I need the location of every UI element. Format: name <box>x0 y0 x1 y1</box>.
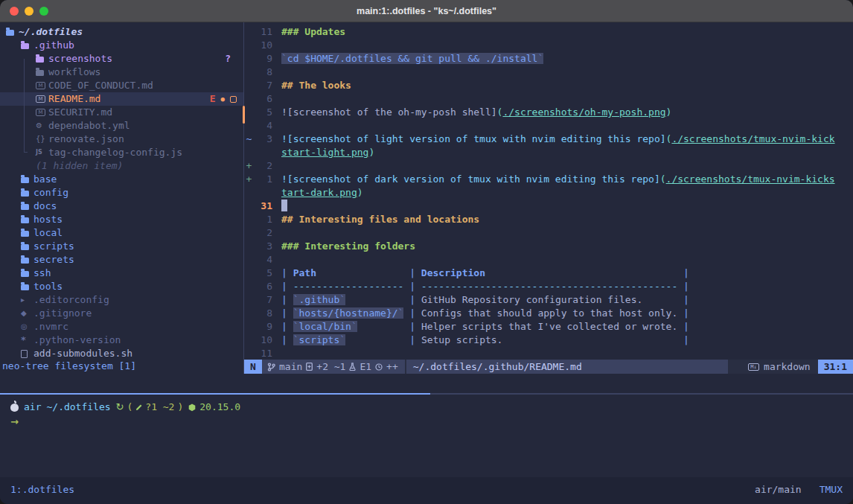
tree-item-security-md[interactable]: MSECURITY.md <box>0 106 243 119</box>
tree-item-local[interactable]: local <box>0 226 243 240</box>
line-text <box>281 200 853 213</box>
line-number: 1 <box>254 173 281 186</box>
editor-line[interactable]: 5| Path | Description | <box>244 267 853 280</box>
sign-column <box>244 25 254 39</box>
apple-icon <box>10 403 19 412</box>
tree-item-readme-md[interactable]: MREADME.mdE● <box>0 92 243 106</box>
editor-line[interactable]: start-light.png) <box>244 146 853 159</box>
tree-item-python-version[interactable]: *.python-version <box>0 334 243 347</box>
gutter: 2 <box>244 226 281 240</box>
gear-icon: ⚙ <box>36 119 48 133</box>
editor-line[interactable]: 11### Updates <box>244 25 853 39</box>
git-status-badges: E● <box>210 92 243 106</box>
tree-item-label: renovate.json <box>48 133 124 146</box>
tree-item-docs[interactable]: docs <box>0 200 243 213</box>
tree-item-label: .github <box>33 39 74 52</box>
tree-item-base[interactable]: base <box>0 173 243 186</box>
tree-item-nvmrc[interactable]: ◎.nvmrc <box>0 320 243 334</box>
line-number: 7 <box>254 79 281 92</box>
gutter: 11 <box>244 347 281 360</box>
editor-line[interactable]: 1## Interesting files and locations <box>244 213 853 226</box>
tree-item-screenshots[interactable]: screenshots? <box>0 52 243 66</box>
tmux-label: TMUX <box>820 483 843 497</box>
editor-line[interactable]: 10 <box>244 39 853 52</box>
tree-item-github[interactable]: .github <box>0 39 243 52</box>
tree-item-dotfiles[interactable]: ~/.dotfiles <box>0 25 243 39</box>
tree-item-secrets[interactable]: secrets <box>0 253 243 267</box>
gutter: 3 <box>244 240 281 253</box>
tmux-window-tab[interactable]: 1:.dotfiles <box>10 483 74 497</box>
editor-lines[interactable]: 11### Updates 10 9`cd $HOME/.dotfiles &&… <box>244 22 853 360</box>
tree-item-code-of-conduct-md[interactable]: MCODE_OF_CONDUCT.md <box>0 79 243 92</box>
star-icon: * <box>21 334 33 347</box>
sign-column <box>244 267 254 280</box>
editor-line[interactable]: 8 <box>244 66 853 79</box>
file-tree: ~/.dotfiles.githubscreenshots?workflowsM… <box>0 22 243 360</box>
folder-icon <box>21 202 33 210</box>
editor-line[interactable]: ~3![screenshot of light version of tmux … <box>244 133 853 146</box>
line-number: 3 <box>254 133 281 146</box>
tree-item-1-hidden-item[interactable]: (1 hidden item) <box>0 159 243 173</box>
pending-changes: ++ <box>386 360 398 374</box>
tree-item-dependabot-yml[interactable]: ⚙dependabot.yml <box>0 119 243 133</box>
editor-line[interactable]: 6 <box>244 92 853 106</box>
statusline-git-segment: main +2 ~1 E1 ++ <box>262 360 405 374</box>
tree-item-gitignore[interactable]: ◆.gitignore <box>0 307 243 320</box>
tree-item-config[interactable]: config <box>0 186 243 200</box>
tree-item-renovate-json[interactable]: {}renovate.json <box>0 133 243 146</box>
editor-line[interactable]: 2 <box>244 226 853 240</box>
line-text <box>281 92 853 106</box>
mode-indicator: N <box>244 360 262 374</box>
editor-line[interactable]: 9`cd $HOME/.dotfiles && git pull && ./in… <box>244 52 853 66</box>
editor-line[interactable]: 5![screenshot of the oh-my-posh shell](.… <box>244 106 853 119</box>
line-number: 11 <box>254 347 281 360</box>
editor-line[interactable]: 4 <box>244 119 853 133</box>
gutter: 31 <box>244 200 281 213</box>
editor-line[interactable]: 9| `local/bin` | Helper scripts that I'v… <box>244 320 853 334</box>
editor-line[interactable]: +1![screenshot of dark version of tmux w… <box>244 173 853 186</box>
editor-line[interactable]: 6| ------------------- | ---------------… <box>244 280 853 293</box>
sign-column: + <box>244 173 254 186</box>
sign-column <box>244 213 254 226</box>
editor-line[interactable]: tart-dark.png) <box>244 186 853 200</box>
sign-column: + <box>244 159 254 173</box>
line-number: 8 <box>254 307 281 320</box>
editor-line[interactable]: 8| `hosts/{hostname}/` | Configs that sh… <box>244 307 853 320</box>
line-number: 2 <box>254 159 281 173</box>
tree-item-scripts[interactable]: scripts <box>0 240 243 253</box>
file-diff-icon <box>306 363 313 371</box>
cursor-block <box>281 200 287 211</box>
editor-line[interactable]: 3### Interesting folders <box>244 240 853 253</box>
sign-column <box>244 186 254 200</box>
line-text <box>281 347 853 360</box>
editor-line[interactable]: +2 <box>244 159 853 173</box>
editor-line[interactable]: 7| `.github` | GitHub Repository configu… <box>244 293 853 307</box>
cursor-position: 31:1 <box>818 360 853 374</box>
md-icon: M <box>36 82 48 89</box>
tree-item-label: scripts <box>33 240 74 253</box>
tree-item-ssh[interactable]: ssh <box>0 267 243 280</box>
sign-column: ~ <box>244 133 254 146</box>
tree-item-editorconfig[interactable]: ▸.editorconfig <box>0 293 243 307</box>
tree-item-label: docs <box>33 200 57 213</box>
editor-line[interactable]: 4 <box>244 253 853 267</box>
tree-item-add-submodules-sh[interactable]: add-submodules.sh <box>0 347 243 360</box>
tree-item-tag-changelog-config-js[interactable]: JStag-changelog-config.js <box>0 146 243 159</box>
editor-line[interactable]: 31 <box>244 200 853 213</box>
prompt-node-segment: 20.15.0 <box>188 401 240 414</box>
gutter <box>244 186 281 200</box>
line-number: 2 <box>254 226 281 240</box>
line-number: 9 <box>254 320 281 334</box>
pane-divider-active[interactable] <box>0 393 430 395</box>
tree-item-label: tag-changelog-config.js <box>48 146 182 159</box>
editor-line[interactable]: 11 <box>244 347 853 360</box>
line-text: ## Interesting files and locations <box>281 213 853 226</box>
pane-divider[interactable] <box>430 393 853 395</box>
tree-item-tools[interactable]: tools <box>0 280 243 293</box>
tree-item-hosts[interactable]: hosts <box>0 213 243 226</box>
shell-input[interactable] <box>25 414 838 427</box>
tree-item-workflows[interactable]: workflows <box>0 66 243 79</box>
editor-line[interactable]: 7## The looks <box>244 79 853 92</box>
tree-item-label: SECURITY.md <box>48 106 112 119</box>
editor-line[interactable]: 10| `scripts` | Setup scripts. | <box>244 334 853 347</box>
